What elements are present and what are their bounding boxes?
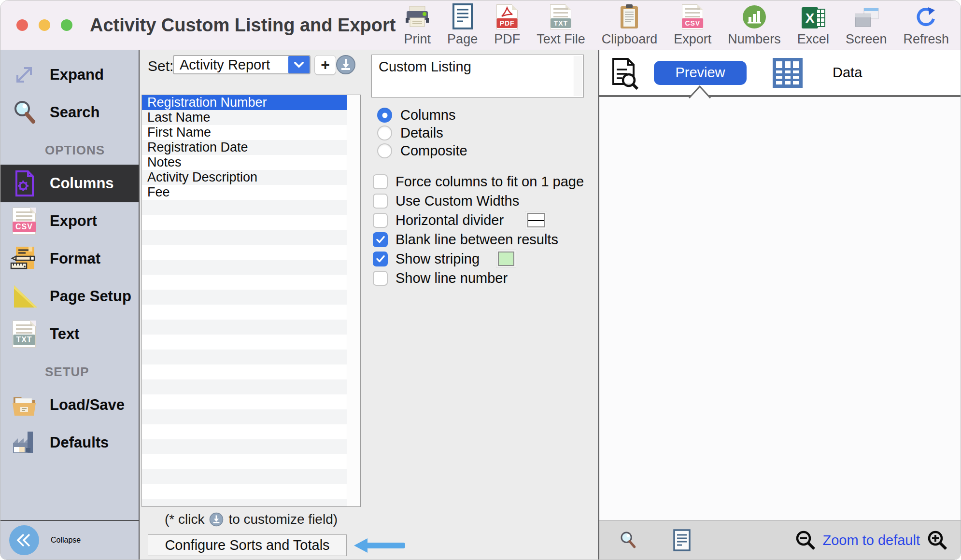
pdf-badge: PDF (497, 18, 518, 28)
configure-sorts-totals-button[interactable]: Configure Sorts and Totals (148, 534, 347, 556)
zoom-to-default-link[interactable]: Zoom to default (823, 532, 920, 548)
checkbox-label: Show line number (396, 270, 508, 286)
sidebar-item-label: Export (50, 212, 97, 230)
sidebar-item-label: Format (50, 250, 100, 267)
checkbox-0[interactable] (373, 174, 388, 189)
checkbox-3[interactable] (373, 232, 388, 247)
toolbar-clipboard-button[interactable]: Clipboard (602, 2, 658, 47)
field-row[interactable]: Registration Date (142, 140, 347, 155)
zoom-window-button[interactable] (61, 19, 72, 31)
pdf-icon: PDF (496, 2, 518, 29)
toolbar-label: Excel (797, 32, 829, 47)
toolbar-excel-button[interactable]: X Excel (797, 2, 829, 47)
csv-file-icon: CSV (9, 206, 39, 236)
sidebar: Expand Search OPTIONS Columns CSV (0, 50, 140, 560)
set-label: Set: (148, 58, 173, 74)
search-icon (9, 98, 39, 127)
sidebar-item-defaults[interactable]: Defaults (0, 424, 139, 462)
window-title: Activity Custom Listing and Export (90, 15, 396, 36)
toolbar-page-button[interactable]: Page (447, 2, 478, 47)
report-page-icon[interactable] (673, 529, 691, 551)
toolbar: Print Page PDF PDF (404, 0, 961, 50)
radio-row-details[interactable]: Details (377, 124, 467, 142)
striping-color-button[interactable] (496, 250, 516, 268)
radio-2[interactable] (377, 143, 392, 158)
preview-canvas[interactable] (599, 97, 961, 520)
toolbar-refresh-button[interactable]: Refresh (903, 2, 949, 47)
checkbox-row-force-fit[interactable]: Force columns to fit on 1 page (373, 172, 584, 191)
checkbox-row-horizontal-divider[interactable]: Horizontal divider (373, 210, 584, 230)
radio-label: Details (400, 125, 443, 141)
page-icon (452, 2, 474, 29)
sidebar-item-search[interactable]: Search (0, 94, 139, 131)
field-list-scrollbar[interactable] (347, 95, 360, 506)
customize-field-button[interactable] (336, 55, 356, 77)
factory-icon (9, 428, 39, 458)
field-row[interactable]: Activity Description (142, 170, 347, 185)
sidebar-item-label: Collapse (51, 536, 81, 545)
sidebar-item-text[interactable]: TXT Text (0, 315, 139, 353)
zoom-in-icon[interactable] (927, 530, 948, 551)
csv-badge: CSV (13, 222, 36, 232)
sidebar-item-expand[interactable]: Expand (0, 56, 139, 94)
sidebar-item-load-save[interactable]: Load/Save (0, 386, 139, 424)
data-grid-icon[interactable] (773, 58, 803, 88)
field-row[interactable]: Notes (142, 155, 347, 170)
listing-title-input[interactable]: Custom Listing (371, 55, 584, 98)
txt-badge: TXT (13, 335, 35, 345)
field-row[interactable]: Registration Number (142, 95, 347, 110)
checkbox-row-line-number[interactable]: Show line number (373, 268, 584, 288)
checkbox-4[interactable] (373, 252, 388, 266)
toolbar-label: Export (674, 32, 711, 47)
checkbox-5[interactable] (373, 271, 388, 286)
radio-1[interactable] (377, 126, 392, 140)
zoom-out-icon[interactable] (795, 530, 816, 551)
sidebar-item-columns[interactable]: Columns (0, 165, 139, 202)
toolbar-text-file-button[interactable]: TXT Text File (537, 2, 585, 47)
checkbox-label: Force columns to fit on 1 page (396, 174, 584, 190)
pointer-arrow-icon (354, 536, 406, 557)
toolbar-label: Clipboard (602, 32, 658, 47)
field-row[interactable]: First Name (142, 125, 347, 140)
toolbar-pdf-button[interactable]: PDF PDF (494, 2, 520, 47)
field-row[interactable]: Last Name (142, 110, 347, 125)
toolbar-numbers-button[interactable]: Numbers (728, 2, 781, 47)
hint-suffix: to customize field) (228, 512, 338, 527)
toolbar-label: Print (404, 32, 431, 47)
download-circle-icon (209, 512, 224, 527)
divider-style-preview-icon (527, 213, 545, 227)
tab-preview[interactable]: Preview (654, 61, 747, 85)
radio-row-composite[interactable]: Composite (377, 142, 467, 160)
radio-0[interactable] (377, 108, 392, 123)
checkbox-row-blank-line[interactable]: Blank line between results (373, 230, 584, 249)
app-window: Activity Custom Listing and Export Print… (0, 0, 961, 560)
sidebar-item-page-setup[interactable]: Page Setup (0, 278, 139, 315)
field-row[interactable]: Fee (142, 185, 347, 200)
page-setup-triangle-icon (9, 281, 39, 311)
checkbox-row-show-striping[interactable]: Show striping (373, 249, 584, 268)
magnifier-icon[interactable] (618, 530, 638, 551)
toolbar-label: PDF (494, 32, 520, 47)
checkbox-1[interactable] (373, 194, 388, 209)
screen-windows-icon (853, 2, 879, 29)
sidebar-item-collapse[interactable]: Collapse (0, 520, 139, 560)
toolbar-print-button[interactable]: Print (404, 2, 431, 47)
tab-data[interactable]: Data (833, 65, 862, 81)
sidebar-item-export[interactable]: CSV Export (0, 202, 139, 240)
sidebar-item-label: Expand (50, 66, 104, 84)
minimize-window-button[interactable] (39, 19, 50, 31)
sidebar-item-format[interactable]: Format (0, 240, 139, 278)
toolbar-screen-button[interactable]: Screen (846, 2, 887, 47)
sidebar-setup-header: SETUP (0, 353, 139, 386)
checkbox-row-custom-widths[interactable]: Use Custom Widths (373, 191, 584, 210)
add-set-button[interactable]: + (314, 55, 336, 75)
fields-panel: Set: Activity Report + Registration Numb… (140, 50, 598, 560)
toolbar-label: Page (447, 32, 478, 47)
divider-style-button[interactable] (525, 211, 547, 229)
toolbar-export-button[interactable]: CSV Export (674, 2, 711, 47)
listing-scrollbar[interactable] (574, 56, 582, 96)
field-set-dropdown[interactable]: Activity Report (173, 55, 311, 74)
close-window-button[interactable] (16, 19, 28, 31)
radio-row-columns[interactable]: Columns (377, 106, 467, 124)
checkbox-2[interactable] (373, 213, 388, 228)
